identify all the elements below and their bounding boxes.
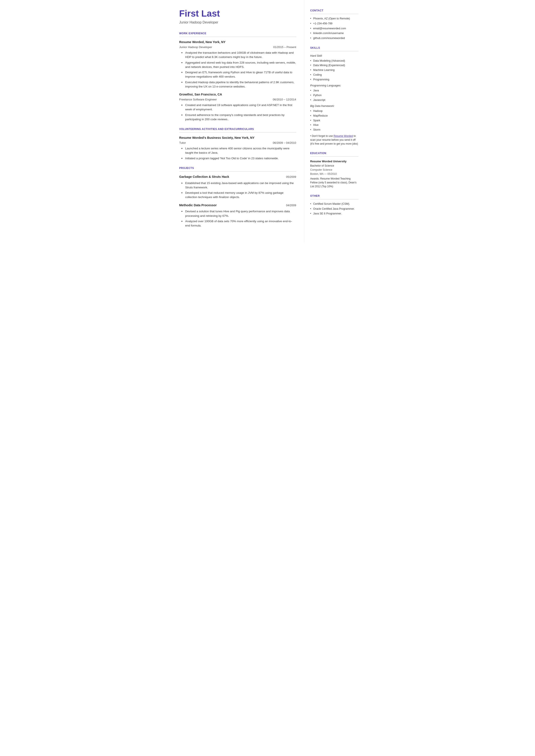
skills-list: Data Modeling (Advanced)Data Mining (Exp…: [310, 59, 358, 82]
bullet-item: Executed Hadoop data pipeline to identif…: [182, 80, 296, 89]
skills-category-label: Big Data framework:: [310, 104, 358, 108]
bullet-item: Analyzed the transaction behaviors and 1…: [182, 51, 296, 60]
resume-worded-link[interactable]: Resume Worded: [333, 134, 353, 137]
education-heading: EDUCATION: [310, 151, 358, 155]
bullet-item: Developed a tool that reduced memory usa…: [182, 191, 296, 200]
job-title: Freelance Software Engineer: [179, 98, 217, 102]
job-bullets: Created and maintained 19 software appli…: [179, 103, 296, 122]
contact-divider: [310, 14, 358, 14]
resume-page: First Last Junior Hadoop Developer WORK …: [171, 0, 365, 242]
contact-item: email@resumeworded.com: [310, 26, 358, 31]
skill-item: Python: [310, 93, 358, 98]
job-bullets: Analyzed the transaction behaviors and 1…: [179, 51, 296, 89]
bullet-item: Initiated a program tagged 'Not Too Old …: [182, 156, 296, 160]
promo-text: • Don't forget to use Resume Worded to s…: [310, 134, 358, 146]
bullet-item: Designed an ETL framework using Python a…: [182, 70, 296, 79]
bullet-item: Analyzed over 100GB of data sets 70% mor…: [182, 219, 296, 228]
project-name: Methodic Data Processor: [179, 203, 217, 208]
project-entry: Methodic Data Processor04/2009Devised a …: [179, 203, 296, 228]
skill-item: Java: [310, 89, 358, 93]
other-heading: OTHER: [310, 194, 358, 198]
job-row: Freelance Software Engineer06/2010 – 12/…: [179, 98, 296, 102]
project-date: 04/2009: [286, 203, 296, 208]
education-container: Resume Worded UniversityBachelor of Scie…: [310, 159, 358, 188]
project-bullets: Established that 15 existing Java-based …: [179, 181, 296, 200]
job-entry: Growthsi, San Francisco, CAFreelance Sof…: [179, 92, 296, 122]
skill-item: Data Mining (Experienced): [310, 63, 358, 68]
volunteering-container: Resume Worded's Business Society, New Yo…: [179, 136, 296, 160]
job-date: 01/2015 – Present: [273, 45, 296, 49]
skill-item: MapReduce: [310, 114, 358, 118]
vol-row: Tutor06/2009 – 04/2010: [179, 141, 296, 145]
skills-container: Hard Skill:Data Modeling (Advanced)Data …: [310, 54, 358, 132]
bullet-item: Established that 15 existing Java-based …: [182, 181, 296, 190]
projects-divider: [179, 171, 296, 172]
skill-item: Coding: [310, 73, 358, 77]
skills-section: SKILLS Hard Skill:Data Modeling (Advance…: [310, 46, 358, 146]
skill-item: Hive: [310, 123, 358, 127]
bullet-item: Ensured adherence to the company's codin…: [182, 113, 296, 122]
job-row: Junior Hadoop Developer01/2015 – Present: [179, 45, 296, 49]
other-item: Certified Scrum Master (CSM).: [310, 202, 358, 206]
education-entry: Resume Worded UniversityBachelor of Scie…: [310, 159, 358, 188]
contact-item: linkedin.com/in/username: [310, 31, 358, 35]
project-entry: Garbage Collection & Struts Hack05/2009E…: [179, 175, 296, 200]
edu-awards: Awards: Resume Worded Teaching Fellow (o…: [310, 177, 358, 188]
contact-item: +1-234-456-789: [310, 21, 358, 26]
right-column: CONTACT Phoenix, AZ (Open to Remote)+1-2…: [304, 0, 365, 242]
skills-list: JavaPythonJavascript: [310, 89, 358, 102]
skill-item: Hadoop: [310, 109, 358, 113]
vol-bullets: Launched a lecture series where 400 seni…: [179, 146, 296, 160]
bullet-item: Devised a solution that tunes Hive and P…: [182, 209, 296, 218]
projects-section: PROJECTS Garbage Collection & Struts Hac…: [179, 166, 296, 228]
skills-heading: SKILLS: [310, 46, 358, 50]
skill-item: Javascript: [310, 98, 358, 102]
other-item: Java SE 6 Programmer.: [310, 211, 358, 216]
project-bullets: Devised a solution that tunes Hive and P…: [179, 209, 296, 228]
vol-role: Tutor: [179, 141, 186, 145]
volunteering-entry: Resume Worded's Business Society, New Yo…: [179, 136, 296, 160]
projects-container: Garbage Collection & Struts Hack05/2009E…: [179, 175, 296, 228]
skill-item: Spark: [310, 119, 358, 123]
other-divider: [310, 199, 358, 199]
left-column: First Last Junior Hadoop Developer WORK …: [171, 0, 304, 242]
contact-item: Phoenix, AZ (Open to Remote): [310, 16, 358, 21]
contact-item: github.com/resumeworded: [310, 36, 358, 40]
candidate-job-title: Junior Hadoop Developer: [179, 20, 296, 25]
projects-heading: PROJECTS: [179, 166, 296, 170]
volunteering-section: VOLUNTEERING ACTIVITIES AND EXTRACURRICU…: [179, 127, 296, 160]
candidate-name: First Last: [179, 9, 296, 18]
contact-heading: CONTACT: [310, 9, 358, 13]
skill-item: Data Modeling (Advanced): [310, 59, 358, 63]
skill-item: Storm: [310, 128, 358, 132]
job-company: Resume Worded, New York, NY: [179, 40, 296, 44]
vol-org: Resume Worded's Business Society, New Yo…: [179, 136, 296, 140]
bullet-item: Created and maintained 19 software appli…: [182, 103, 296, 112]
project-row: Garbage Collection & Struts Hack05/2009: [179, 175, 296, 180]
work-experience-section: WORK EXPERIENCE Resume Worded, New York,…: [179, 32, 296, 122]
skills-category-label: Programming Languages:: [310, 84, 358, 88]
bullet-item: Launched a lecture series where 400 seni…: [182, 146, 296, 155]
skill-item: Machine Learning: [310, 68, 358, 72]
project-row: Methodic Data Processor04/2009: [179, 203, 296, 208]
edu-school: Resume Worded University: [310, 159, 358, 164]
skill-item: Programming: [310, 78, 358, 82]
other-list: Certified Scrum Master (CSM).Oracle Cert…: [310, 202, 358, 216]
project-name: Garbage Collection & Struts Hack: [179, 175, 229, 179]
work-experience-divider: [179, 37, 296, 37]
work-experience-heading: WORK EXPERIENCE: [179, 32, 296, 35]
bullet-item: Aggregated and stored web log data from …: [182, 61, 296, 70]
contact-section: CONTACT Phoenix, AZ (Open to Remote)+1-2…: [310, 9, 358, 40]
education-section: EDUCATION Resume Worded UniversityBachel…: [310, 151, 358, 188]
edu-location: Boston, MA — 05/2010: [310, 172, 358, 176]
skills-category-label: Hard Skill:: [310, 54, 358, 58]
job-title: Junior Hadoop Developer: [179, 45, 212, 49]
other-section: OTHER Certified Scrum Master (CSM).Oracl…: [310, 194, 358, 216]
edu-degree: Bachelor of Science: [310, 164, 358, 168]
other-item: Oracle Certified Java Programmer.: [310, 207, 358, 211]
project-date: 05/2009: [286, 175, 296, 179]
edu-field: Computer Science: [310, 168, 358, 172]
volunteering-heading: VOLUNTEERING ACTIVITIES AND EXTRACURRICU…: [179, 127, 296, 131]
job-date: 06/2010 – 12/2014: [273, 98, 296, 102]
contact-list: Phoenix, AZ (Open to Remote)+1-234-456-7…: [310, 16, 358, 40]
